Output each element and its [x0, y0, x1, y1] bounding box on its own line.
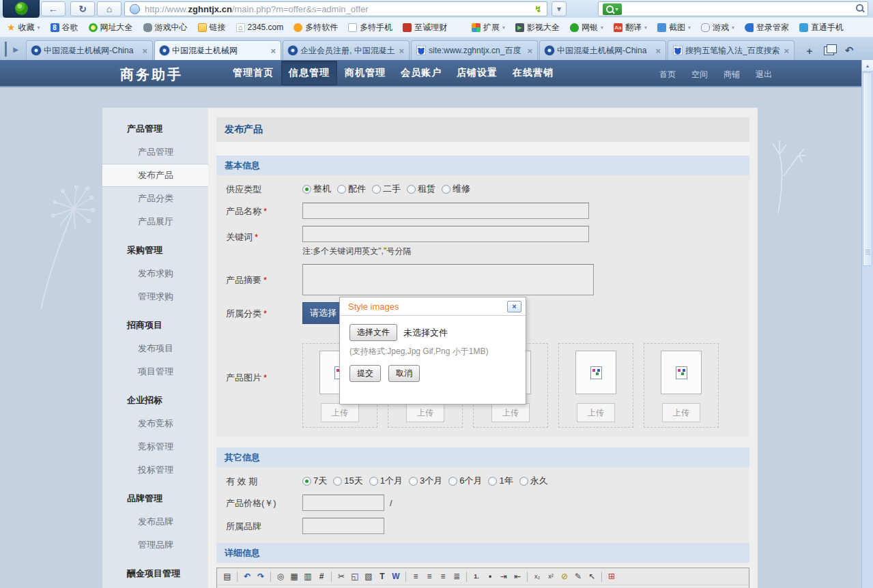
vertical-scrollbar[interactable]: ▲ [861, 60, 873, 588]
tab-1[interactable]: 中国混凝土机械网-China× [26, 40, 153, 60]
select-all-icon[interactable]: ▥ [302, 570, 314, 583]
search-bar[interactable]: ▾ [598, 1, 868, 16]
cut-icon[interactable]: ✂ [335, 570, 347, 583]
bookmark-game-center[interactable]: 游戏中心 [143, 22, 188, 33]
tab-list-button[interactable] [820, 43, 837, 58]
bookmark-google[interactable]: 8谷歌 [51, 22, 78, 33]
radio-15days[interactable]: 15天 [333, 475, 362, 487]
sidebar-item-publish-product[interactable]: 发布产品 [102, 164, 208, 187]
sidebar-item-publish-purchase[interactable]: 发布求购 [102, 262, 208, 285]
radio-forever[interactable]: 永久 [519, 475, 548, 487]
link-home[interactable]: 首页 [659, 69, 676, 80]
close-icon[interactable]: × [142, 46, 147, 56]
upload-button[interactable]: 上传 [577, 403, 615, 422]
radio-secondhand[interactable]: 二手 [372, 183, 401, 195]
menu-info-management[interactable]: 信息管理 [281, 61, 337, 85]
radio-rental[interactable]: 租赁 [407, 183, 435, 195]
align-right-icon[interactable]: ≡ [437, 570, 449, 583]
reopen-tab-button[interactable]: ↶ [841, 43, 857, 58]
tab-2-active[interactable]: 中国混凝土机械网× [154, 40, 281, 60]
choose-file-button[interactable]: 选择文件 [349, 324, 397, 341]
summary-textarea[interactable] [302, 264, 594, 295]
bookmark-duote-soft[interactable]: 多特软件 [294, 22, 338, 33]
toolbar-login-manager[interactable]: 登录管家 [745, 22, 789, 33]
sidebar-item-product-management[interactable]: 产品管理 [102, 141, 208, 164]
align-center-icon[interactable]: ≡ [423, 570, 435, 583]
toolbar-video[interactable]: ▶影视大全 [515, 22, 560, 33]
link-logout[interactable]: 退出 [756, 69, 772, 80]
upload-button[interactable]: 上传 [662, 403, 700, 422]
choose-category-button[interactable]: 请选择 [302, 302, 344, 324]
upload-button[interactable]: 上传 [321, 403, 359, 422]
toolbar-translate[interactable]: Aa翻译▾ [614, 22, 647, 33]
toolbar-games[interactable]: 游戏▾ [701, 22, 734, 33]
close-icon[interactable]: × [784, 46, 789, 56]
bookmark-duote-mobile[interactable]: 多特手机 [348, 22, 392, 33]
browser-menu-button[interactable] [3, 0, 40, 18]
radio-whole-machine[interactable]: 整机 [302, 183, 331, 195]
search-engine-button[interactable]: ▾ [603, 3, 622, 15]
clear-format-icon[interactable]: ⊘ [558, 570, 571, 583]
url-dropdown-button[interactable]: ▾ [552, 1, 567, 16]
menu-admin-home[interactable]: 管理首页 [225, 61, 281, 85]
sidebar-toggle-button[interactable]: ▶ [5, 42, 25, 57]
close-icon[interactable]: × [655, 46, 661, 56]
radio-7days[interactable]: 7天 [302, 475, 327, 487]
dialog-close-button[interactable]: × [507, 301, 521, 312]
undo-icon[interactable]: ↶ [241, 570, 253, 583]
sidebar-item-manage-project[interactable]: 项目管理 [102, 360, 208, 383]
fullscreen-icon[interactable]: ⊞ [605, 570, 618, 583]
toolbar-phone-link[interactable]: 直通手机 [799, 22, 844, 33]
bookmark-favorites[interactable]: ★收藏▾ [7, 22, 40, 33]
upload-button[interactable]: 上传 [406, 403, 444, 422]
menu-online-marketing[interactable]: 在线营销 [505, 61, 561, 85]
sidebar-item-publish-bid[interactable]: 发布竞标 [102, 412, 208, 435]
sidebar-item-publish-project[interactable]: 发布项目 [102, 337, 208, 360]
edit-pen-icon[interactable]: ✎ [572, 570, 584, 583]
justify-icon[interactable]: ≣ [450, 570, 463, 583]
ordered-list-icon[interactable]: 1. [470, 570, 483, 583]
sidebar-item-publish-brand[interactable]: 发布品牌 [102, 510, 208, 533]
scrollbar-thumb[interactable] [863, 72, 872, 266]
bookmark-site-nav[interactable]: +网址大全 [89, 22, 133, 33]
sidebar-item-product-category[interactable]: 产品分类 [102, 187, 208, 210]
bookmark-2345[interactable]: ⌂2345.com [236, 23, 284, 32]
sidebar-item-manage-brand[interactable]: 管理品牌 [102, 533, 208, 557]
toolbar-screenshot[interactable]: 截图▾ [657, 22, 691, 33]
outdent-icon[interactable]: ⇤ [511, 570, 524, 583]
scroll-up-button[interactable]: ▲ [862, 60, 873, 72]
submit-button[interactable]: 提交 [349, 365, 381, 382]
redo-icon[interactable]: ↷ [255, 570, 267, 583]
radio-maintenance[interactable]: 维修 [442, 183, 470, 195]
unordered-list-icon[interactable]: • [484, 570, 496, 583]
link-shop[interactable]: 商铺 [724, 69, 740, 80]
tab-6[interactable]: 搜狗五笔输入法_百度搜索× [668, 40, 795, 60]
close-icon[interactable]: × [399, 46, 404, 56]
radio-3months[interactable]: 3个月 [409, 475, 442, 487]
new-tab-button[interactable]: + [801, 43, 818, 58]
source-icon[interactable]: ▤ [221, 570, 233, 583]
bookmark-links-folder[interactable]: 链接 [198, 22, 226, 33]
preview-icon[interactable]: ◎ [274, 570, 287, 583]
toolbar-bank[interactable]: 网银▾ [570, 22, 603, 33]
sidebar-item-publish-reward[interactable]: 发布酬金项目 [102, 585, 208, 588]
sidebar-item-manage-purchase[interactable]: 管理求购 [102, 285, 208, 308]
sidebar-item-manage-bid[interactable]: 竞标管理 [102, 435, 208, 458]
link-space[interactable]: 空间 [691, 69, 708, 80]
product-name-input[interactable] [302, 203, 589, 219]
tab-5[interactable]: 中国混凝土机械网-China× [539, 40, 666, 60]
menu-shop-settings[interactable]: 店铺设置 [449, 61, 505, 85]
code-icon[interactable]: # [315, 570, 328, 583]
radio-6months[interactable]: 6个月 [448, 475, 482, 487]
close-icon[interactable]: × [527, 46, 532, 56]
tab-3[interactable]: 企业会员注册, 中国混凝土× [283, 40, 410, 60]
print-icon[interactable]: ▦ [288, 570, 300, 583]
price-input[interactable] [302, 495, 384, 511]
go-search-button[interactable] [856, 4, 863, 14]
align-left-icon[interactable]: ≡ [410, 570, 422, 583]
refresh-button[interactable]: ↻ [70, 1, 95, 16]
menu-member-account[interactable]: 会员账户 [393, 61, 449, 85]
menu-business-management[interactable]: 商机管理 [337, 61, 393, 85]
speed-mode-icon[interactable]: ↯ [534, 4, 542, 14]
home-button[interactable]: ⌂ [97, 1, 121, 16]
